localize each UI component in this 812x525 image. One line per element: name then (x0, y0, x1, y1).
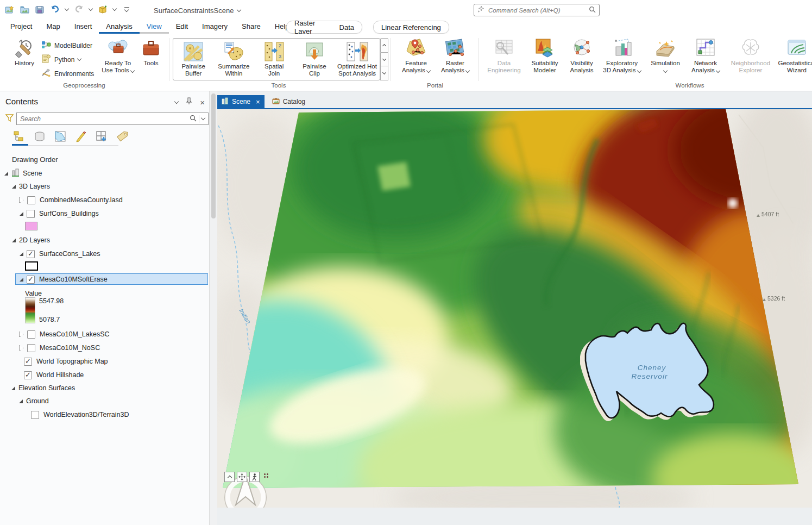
gallery-scroll-up[interactable] (380, 38, 388, 53)
gallery-expand[interactable] (380, 66, 388, 80)
new-project-icon[interactable] (4, 4, 14, 14)
tab-analysis[interactable]: Analysis (99, 21, 139, 34)
tree-item-world-topographic-map[interactable]: World Topographic Map (24, 356, 108, 367)
nav-drag-grip[interactable] (264, 473, 268, 478)
contents-scrollbar[interactable] (210, 91, 217, 525)
tab-share[interactable]: Share (235, 21, 268, 34)
command-search-input[interactable] (488, 7, 586, 14)
history-button[interactable]: History (8, 38, 41, 67)
pairwise-buffer-button[interactable]: PairwiseBuffer (173, 41, 213, 77)
tab-view[interactable]: View (140, 21, 169, 34)
pane-menu-chevron-icon[interactable] (174, 99, 179, 103)
tab-data[interactable]: Data (339, 23, 354, 32)
layer-checkbox-checked[interactable] (24, 371, 32, 379)
customize-qat-icon[interactable] (122, 4, 131, 14)
list-by-drawing-order-icon[interactable] (12, 129, 26, 143)
tab-insert[interactable]: Insert (67, 21, 99, 34)
feature-analysis-button[interactable]: Feature Analysis (397, 38, 435, 74)
expander-closed-icon[interactable] (20, 346, 23, 350)
list-by-data-source-icon[interactable] (33, 129, 47, 143)
layer-checkbox-unchecked[interactable] (27, 330, 35, 339)
ready-to-use-tools-button[interactable]: Ready To Use Tools (99, 38, 136, 74)
undo-dropdown-icon[interactable] (65, 6, 69, 10)
tab-imagery[interactable]: Imagery (195, 21, 235, 34)
buildings-legend-swatch[interactable] (25, 221, 37, 232)
list-by-labeling-icon[interactable] (115, 129, 129, 143)
project-title-dropdown-icon[interactable] (237, 7, 241, 11)
tree-item-surfacecons-lakes[interactable]: SurfaceCons_Lakes (20, 248, 100, 259)
redo-dropdown-icon[interactable] (89, 6, 93, 10)
exploratory-3d-analysis-button[interactable]: Exploratory 3D Analysis (601, 38, 643, 74)
add-data-dropdown-icon[interactable] (112, 6, 117, 10)
scrollbar-thumb[interactable] (211, 93, 216, 218)
add-data-icon[interactable] (98, 4, 108, 14)
tab-project[interactable]: Project (3, 21, 39, 34)
expander-open-icon[interactable] (12, 239, 16, 242)
contents-search[interactable] (16, 112, 209, 125)
contents-search-magnifier-icon[interactable] (190, 114, 197, 124)
command-search-magnifier-icon[interactable] (589, 5, 596, 15)
tab-map[interactable]: Map (39, 21, 67, 34)
close-pane-icon[interactable]: × (200, 98, 205, 107)
list-by-selection-icon[interactable] (53, 129, 67, 143)
elevation-raster[interactable] (217, 109, 812, 508)
view-tab-scene[interactable]: Scene × (217, 95, 265, 108)
tree-item-mesaco10m-nosc[interactable]: MesaCo10M_NoSC (20, 342, 100, 353)
layer-checkbox-checked[interactable] (27, 276, 35, 284)
network-analysis-button[interactable]: Network Analysis (686, 38, 725, 74)
layer-checkbox-checked[interactable] (27, 250, 35, 258)
list-by-editing-icon[interactable] (74, 129, 88, 143)
tab-linear-referencing[interactable]: Linear Referencing (381, 23, 441, 32)
tree-item-mesaco10msofterase[interactable]: MesaCo10MSoftErase (20, 274, 108, 285)
contents-search-dropdown-icon[interactable] (201, 116, 205, 120)
environments-button[interactable]: Environments (41, 68, 94, 79)
tree-item-combinedmesacounty[interactable]: CombinedMesaCounty.lasd (20, 195, 123, 205)
tree-item-2d-layers[interactable]: 2D Layers (12, 235, 50, 246)
optimized-hot-spot-button[interactable]: Optimized HotSpot Analysis (335, 41, 380, 77)
tree-item-3d-layers[interactable]: 3D Layers (12, 181, 50, 192)
view-tab-catalog[interactable]: Catalog (268, 95, 310, 108)
redo-icon[interactable] (74, 4, 84, 14)
simulation-button[interactable]: Simulation (646, 38, 685, 74)
pin-icon[interactable] (186, 97, 192, 107)
command-search[interactable] (474, 4, 600, 16)
expander-open-icon[interactable] (4, 172, 8, 176)
list-by-snapping-icon[interactable] (95, 129, 109, 143)
expander-closed-icon[interactable] (20, 332, 23, 336)
scene-3d-view[interactable]: Indian (217, 109, 812, 508)
geostatistical-wizard-button[interactable]: GeostatisticalWizard (778, 38, 812, 74)
tree-item-ground[interactable]: Ground (19, 396, 49, 407)
suitability-modeler-button[interactable]: SuitabilityModeler (526, 38, 564, 74)
visibility-analysis-button[interactable]: VisibilityAnalysis (565, 38, 598, 74)
expander-open-icon[interactable] (12, 185, 16, 189)
expander-open-icon[interactable] (20, 252, 23, 256)
modelbuilder-button[interactable]: ModelBuilder (41, 40, 92, 51)
pan-mode-button[interactable] (237, 472, 247, 482)
gallery-scroll-down[interactable] (380, 53, 388, 67)
layer-checkbox-unchecked[interactable] (27, 210, 35, 218)
layer-checkbox-unchecked[interactable] (31, 411, 39, 419)
contents-search-input[interactable] (20, 115, 190, 123)
save-project-icon[interactable] (35, 4, 45, 14)
raster-analysis-button[interactable]: Raster Analysis (437, 38, 474, 74)
tab-raster-layer[interactable]: Raster Layer (294, 19, 325, 35)
spatial-join-button[interactable]: 23 SpatialJoin (254, 41, 294, 77)
close-view-icon[interactable]: × (256, 98, 260, 106)
tree-item-scene[interactable]: Scene (4, 168, 42, 179)
tree-item-surfcons-buildings[interactable]: SurfCons_Buildings (20, 208, 99, 219)
expander-open-icon[interactable] (19, 399, 23, 403)
undo-icon[interactable] (50, 4, 60, 14)
expander-open-icon[interactable] (20, 212, 23, 216)
tools-button[interactable]: Tools (136, 38, 166, 67)
expander-open-icon[interactable] (20, 278, 23, 282)
layer-checkbox-checked[interactable] (24, 358, 32, 366)
python-button[interactable]: Python (41, 54, 81, 65)
walk-mode-button[interactable] (249, 472, 260, 482)
tree-item-worldelevation3d[interactable]: WorldElevation3D/Terrain3D (31, 409, 129, 420)
open-project-icon[interactable] (20, 4, 29, 14)
expander-open-icon[interactable] (11, 386, 15, 390)
expander-closed-icon[interactable] (20, 198, 23, 202)
tree-item-mesaco10m-lakessc[interactable]: MesaCo10M_LakesSC (20, 329, 110, 340)
collapse-nav-button[interactable] (224, 472, 235, 482)
layer-checkbox-unchecked[interactable] (27, 344, 35, 352)
